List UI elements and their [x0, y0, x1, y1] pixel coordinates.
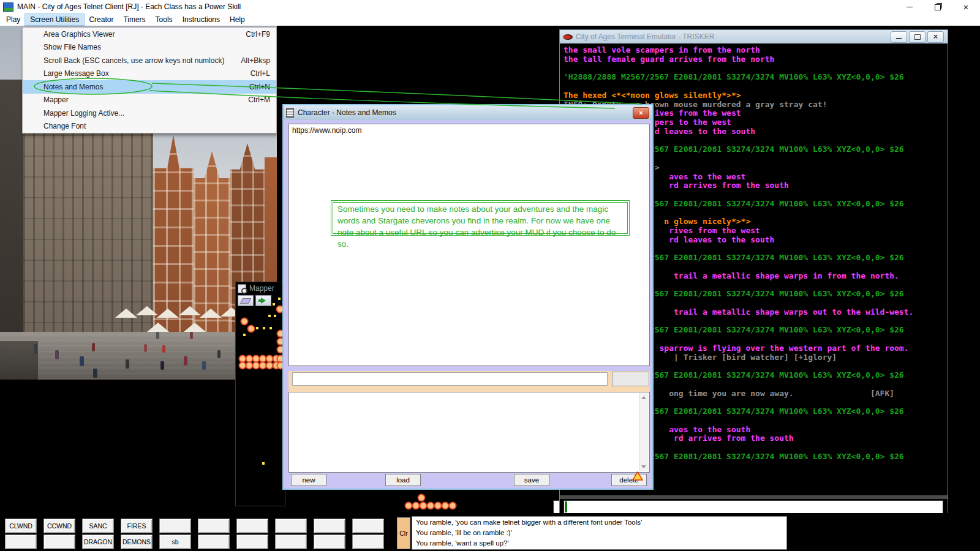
- mapper-erase-button[interactable]: [238, 295, 254, 306]
- terminal-title: City of Ages Terminal Emulator - TRISKER: [576, 32, 714, 41]
- terminal-line: the tall female guard arrives from the n…: [564, 54, 774, 64]
- terminal-app-icon: [563, 34, 573, 40]
- menu-item-label: Change Font: [43, 122, 86, 130]
- hotkey-button-empty[interactable]: [198, 534, 230, 549]
- mapper-title: Mapper: [249, 284, 274, 293]
- menu-screen-utilities[interactable]: Screen Utilities: [25, 14, 84, 25]
- umbrella: [179, 306, 201, 315]
- app-icon: [3, 2, 13, 12]
- memo-scrollbar[interactable]: [639, 393, 649, 471]
- message-line: You ramble, 'want a spell up?': [416, 538, 783, 549]
- menu-item-label: Show File Names: [43, 43, 101, 51]
- menu-item-mapper-logging-active[interactable]: Mapper Logging Active...: [23, 107, 276, 120]
- menu-item-area-graphics-viewer[interactable]: Area Graphics ViewerCtrl+F9: [23, 28, 276, 41]
- tutorial-annotation-box: Sometimes you need to make notes about y…: [331, 200, 630, 236]
- hotkey-button-empty[interactable]: [236, 519, 268, 533]
- terminal-minimize-icon[interactable]: [891, 31, 907, 43]
- map-room-dot: [420, 502, 428, 510]
- scroll-up-icon[interactable]: [641, 396, 646, 399]
- mapper-toolbar: [236, 294, 285, 307]
- person-figure: [55, 350, 59, 359]
- menu-help[interactable]: Help: [225, 14, 250, 25]
- hotkey-button-ccwnd[interactable]: CCWND: [43, 519, 75, 533]
- hotkey-button-dragon[interactable]: DRAGON: [82, 534, 114, 549]
- menu-tools[interactable]: Tools: [151, 14, 178, 25]
- person-figure: [92, 343, 95, 351]
- notes-dialog-close-icon[interactable]: ×: [633, 107, 649, 119]
- hotkey-button-empty[interactable]: [159, 519, 191, 533]
- hotkey-button-empty[interactable]: [275, 519, 307, 533]
- map-room-dot: [449, 502, 457, 510]
- menu-item-large-message-box[interactable]: Large Message BoxCtrl+L: [23, 67, 276, 81]
- hotkey-button-empty[interactable]: [5, 534, 37, 549]
- umbrella: [115, 309, 137, 318]
- hotkey-button-empty[interactable]: [43, 534, 75, 549]
- hotkey-button-empty[interactable]: [352, 534, 384, 549]
- minimize-icon[interactable]: [895, 0, 924, 13]
- menu-item-label: Scroll Back (ESC cancels, use arrow keys…: [43, 56, 224, 65]
- menu-item-label: Large Message Box: [43, 69, 109, 78]
- notes-dialog: Character - Notes and Memos × https://ww…: [282, 104, 654, 490]
- hotkey-button-empty[interactable]: [275, 534, 307, 549]
- message-area: You ramble, 'you can make telnet bigger …: [412, 516, 787, 550]
- load-button[interactable]: load: [385, 474, 421, 486]
- scroll-down-icon[interactable]: [641, 465, 646, 468]
- menu-play[interactable]: Play: [1, 14, 25, 25]
- menu-item-change-font[interactable]: Change Font: [23, 120, 276, 133]
- terminal-close-icon[interactable]: ×: [927, 31, 944, 43]
- mapper-titlebar[interactable]: Mapper: [236, 282, 285, 294]
- new-button[interactable]: new: [291, 474, 326, 486]
- photo-building-silhouette: [0, 80, 23, 349]
- hotkey-button-demons[interactable]: DEMONS: [121, 534, 153, 549]
- menu-bar: PlayScreen UtilitiesCreatorTimersToolsIn…: [0, 13, 980, 26]
- save-button[interactable]: save: [514, 474, 549, 486]
- umbrella: [157, 309, 179, 318]
- map-room-dot: [434, 502, 442, 510]
- restore-icon[interactable]: [924, 0, 952, 13]
- hotkey-button-clwnd[interactable]: CLWND: [5, 519, 37, 533]
- close-icon[interactable]: ×: [952, 0, 980, 13]
- note-name-button[interactable]: [612, 372, 649, 386]
- main-window-title: MAIN - City of Ages Telnet Client [RJ] -…: [17, 2, 241, 11]
- hotkey-button-sb[interactable]: sb: [159, 534, 191, 549]
- hotkey-button-empty[interactable]: [352, 519, 384, 533]
- menu-item-label: Mapper: [43, 96, 69, 104]
- main-window-controls: ×: [895, 0, 980, 13]
- hotkey-button-fires[interactable]: FIRES: [121, 519, 153, 533]
- note-name-input[interactable]: [292, 372, 608, 386]
- hotkey-button-empty[interactable]: [236, 534, 268, 549]
- hotkey-button-sanc[interactable]: SANC: [82, 519, 114, 533]
- menu-timers[interactable]: Timers: [118, 14, 150, 25]
- delete-button[interactable]: delete: [611, 474, 647, 486]
- person-figure: [156, 332, 159, 339]
- menu-item-scroll-back-esc-cancels-use-arrow-keys-not-numlock[interactable]: Scroll Back (ESC cancels, use arrow keys…: [23, 54, 276, 67]
- menu-item-show-file-names[interactable]: Show File Names: [23, 41, 276, 54]
- mapper-go-button[interactable]: [255, 295, 271, 306]
- notes-dialog-titlebar[interactable]: Character - Notes and Memos ×: [284, 105, 652, 120]
- bottom-toolbar: CLWNDCCWNDSANCDRAGONFIRESDEMONSsb Clr Yo…: [0, 513, 980, 551]
- menu-item-shortcut: Alt+Bksp: [241, 56, 270, 65]
- message-line: You ramble, 'you can make telnet bigger …: [416, 517, 783, 528]
- menu-item-shortcut: Ctrl+L: [251, 69, 270, 78]
- desktop: MAIN - City of Ages Telnet Client [RJ] -…: [0, 0, 980, 551]
- menu-item-mapper[interactable]: MapperCtrl+M: [23, 94, 276, 107]
- menu-instructions[interactable]: Instructions: [178, 14, 225, 25]
- hotkey-button-empty[interactable]: [198, 519, 230, 533]
- terminal-titlebar[interactable]: City of Ages Terminal Emulator - TRISKER…: [560, 30, 948, 43]
- memo-textarea[interactable]: [288, 392, 650, 473]
- person-figure: [202, 361, 206, 370]
- notes-dialog-title: Character - Notes and Memos: [298, 108, 396, 117]
- menu-item-notes-and-memos[interactable]: Notes and MemosCtrl+N: [23, 80, 276, 94]
- terminal-maximize-icon[interactable]: [909, 31, 925, 43]
- document-icon: [286, 108, 294, 118]
- terminal-caret: [565, 501, 567, 512]
- person-figure: [217, 350, 221, 358]
- clear-button[interactable]: Clr: [397, 517, 410, 549]
- hotkey-button-empty[interactable]: [314, 534, 345, 549]
- hotkey-button-empty[interactable]: [314, 519, 345, 533]
- umbrella: [200, 309, 222, 318]
- menu-creator[interactable]: Creator: [84, 14, 118, 25]
- person-figure: [80, 356, 84, 366]
- person-figure: [184, 356, 187, 365]
- eraser-icon: [240, 298, 251, 304]
